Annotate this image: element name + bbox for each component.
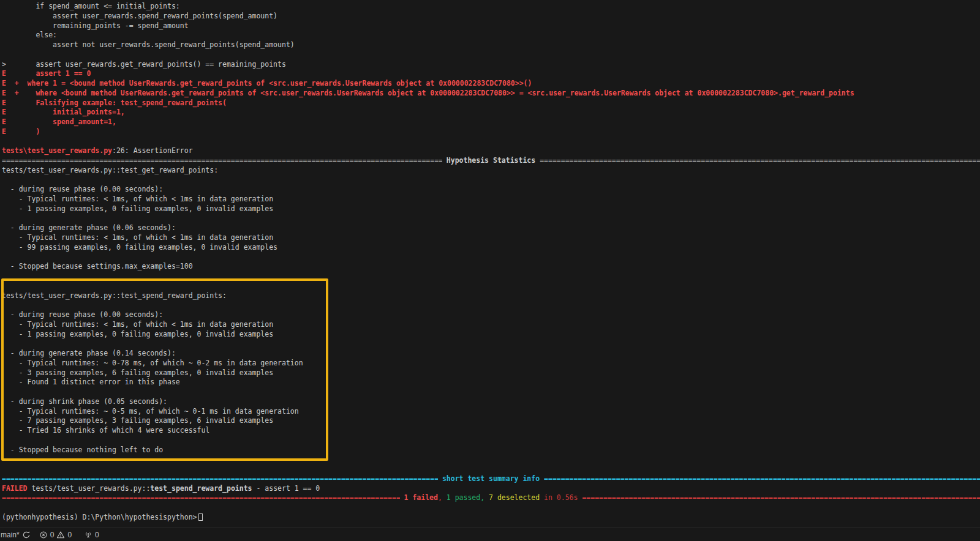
terminal-text-segment: tests/test_user_rewards.py::test_get_rew… [2,166,218,174]
terminal-text-segment: else: [2,31,57,39]
terminal-line: - during shrink phase (0.05 seconds): [2,397,980,407]
terminal-line [2,272,980,282]
terminal-line: - Typical runtimes: < 1ms, of which < 1m… [2,320,980,330]
terminal-line [2,176,980,185]
terminal-line: E Falsifying example: test_spend_reward_… [2,99,980,108]
terminal-text-segment: - 7 passing examples, 3 failing examples… [2,416,273,425]
terminal-line: tests/test_user_rewards.py::test_spend_r… [2,291,980,301]
terminal-line: - 7 passing examples, 3 failing examples… [2,416,980,426]
terminal-line [2,282,980,291]
terminal-line: - during reuse phase (0.00 seconds): [2,310,980,320]
terminal-line [2,455,980,465]
terminal-text-segment: - Typical runtimes: ~ 0-78 ms, of which … [2,359,303,367]
terminal-line [2,253,980,263]
terminal-line [2,503,980,513]
broadcast-icon [84,531,92,539]
terminal-line: - Found 1 distinct error in this phase [2,378,980,387]
terminal-text-segment: - Typical runtimes: < 1ms, of which < 1m… [2,233,273,242]
terminal-text-segment: - Typical runtimes: < 1ms, of which < 1m… [2,195,273,203]
terminal-line: remaining_points -= spend_amount [2,21,980,31]
terminal-text-segment: E initial_points=1, [2,108,125,116]
terminal-text-segment: in 0.56s [540,493,582,503]
terminal-line: else: [2,31,980,40]
sync-icon [22,531,31,539]
terminal-text-segment: E spend_amount=1, [2,118,116,126]
terminal-line: FAILED tests/test_user_rewards.py::test_… [2,484,980,494]
terminal-line: E initial_points=1, [2,108,980,118]
terminal-text-segment: - during reuse phase (0.00 seconds): [2,310,163,319]
terminal-text-segment: FAILED [2,484,28,493]
terminal-line [2,436,980,446]
terminal-text-segment: - assert 1 == 0 [252,484,320,493]
terminal-text-segment: ========================================… [2,156,442,166]
terminal-line: - Tried 16 shrinks of which 4 were succe… [2,426,980,436]
ports-indicator[interactable]: 0 [80,528,103,541]
terminal-text-segment: E ) [2,127,40,136]
terminal-line: - 99 passing examples, 0 failing example… [2,243,980,253]
terminal-line: > assert user_rewards.get_reward_points(… [2,60,980,70]
terminal-text-segment: ========================================… [540,156,980,166]
warnings-icon [56,531,65,539]
terminal-text-segment: - Stopped because nothing left to do [2,446,163,454]
terminal-line [2,214,980,224]
terminal-text-segment: E + where 1 = <bound method UserRewards.… [2,79,532,88]
terminal-text-segment: :26: AssertionError [112,146,193,155]
terminal-line: E + where <bound method UserRewards.get_… [2,89,980,99]
terminal-line: tests\test_user_rewards.py:26: Assertion… [2,146,980,156]
terminal-line: - during generate phase (0.14 seconds): [2,349,980,359]
terminal-text-segment: , [438,493,447,503]
terminal-line [2,50,980,60]
terminal-line: E + where 1 = <bound method UserRewards.… [2,79,980,89]
terminal-cursor [198,513,203,521]
terminal-text-segment: tests/test_user_rewards.py:: [28,484,151,493]
terminal-text-segment: - Typical runtimes: ~ 0-5 ms, of which ~… [2,407,299,416]
terminal-text-segment: - during shrink phase (0.05 seconds): [2,397,167,406]
terminal-text-segment: - Stopped because settings.max_examples=… [2,262,193,270]
terminal-line: - Typical runtimes: ~ 0-5 ms, of which ~… [2,407,980,417]
terminal-text-segment: tests/test_user_rewards.py::test_spend_r… [2,291,227,300]
terminal-text-segment: ========================================… [2,493,400,503]
terminal-panel[interactable]: if spend_amount <= initial_points: asser… [0,0,980,528]
terminal-text-segment: - Found 1 distinct error in this phase [2,378,180,386]
separator-line: ========================================… [2,474,980,484]
terminal-line: - Stopped because settings.max_examples=… [2,262,980,272]
problems-indicator[interactable]: 0 0 [36,528,75,541]
terminal-line [2,465,980,474]
terminal-text-segment: if spend_amount <= initial_points: [2,2,180,10]
terminal-text-segment: - Tried 16 shrinks of which 4 were succe… [2,426,209,435]
terminal-line [2,300,980,310]
terminal-text-segment: ========================================… [582,493,980,503]
terminal-line: - during generate phase (0.06 seconds): [2,223,980,233]
terminal-line: - Typical runtimes: < 1ms, of which < 1m… [2,233,980,243]
terminal-text-segment: assert user_rewards.spend_reward_points(… [2,12,277,20]
terminal-text-segment: test_spend_reward_points [150,484,252,493]
branch-name: main* [1,531,20,539]
terminal-text-segment: remaining_points -= spend_amount [2,21,189,30]
terminal-line: E spend_amount=1, [2,118,980,127]
terminal-line: - 1 passing examples, 0 failing examples… [2,330,980,340]
terminal-line: - Stopped because nothing left to do [2,446,980,455]
terminal-text-segment: > assert user_rewards.get_reward_points(… [2,60,286,69]
errors-count: 0 [50,531,55,539]
terminal-line: - during reuse phase (0.00 seconds): [2,185,980,195]
terminal-text-segment: - Typical runtimes: < 1ms, of which < 1m… [2,320,273,329]
terminal-line: E ) [2,127,980,137]
terminal-text-segment: - during generate phase (0.06 seconds): [2,223,176,232]
terminal-text-segment: E assert 1 == 0 [2,69,91,78]
errors-icon [39,531,48,539]
separator-line: ========================================… [2,493,980,503]
terminal-line: E assert 1 == 0 [2,69,980,79]
terminal-text-segment: E + where <bound method UserRewards.get_… [2,89,854,97]
terminal-text-segment: short test summary info [438,474,544,484]
branch-status[interactable]: main* [0,528,32,541]
terminal-text-segment: Hypothesis Statistics [442,156,540,166]
terminal-text-segment [400,493,404,503]
terminal-text-segment: , [480,493,489,503]
terminal-line: - Typical runtimes: < 1ms, of which < 1m… [2,195,980,204]
terminal-text-segment: - 3 passing examples, 6 failing examples… [2,368,273,377]
terminal-text-segment: - during reuse phase (0.00 seconds): [2,185,163,193]
terminal-line: tests/test_user_rewards.py::test_get_rew… [2,166,980,176]
terminal-line: if spend_amount <= initial_points: [2,2,980,12]
terminal-line [2,339,980,349]
status-bar: main* 0 0 0 [0,528,980,541]
